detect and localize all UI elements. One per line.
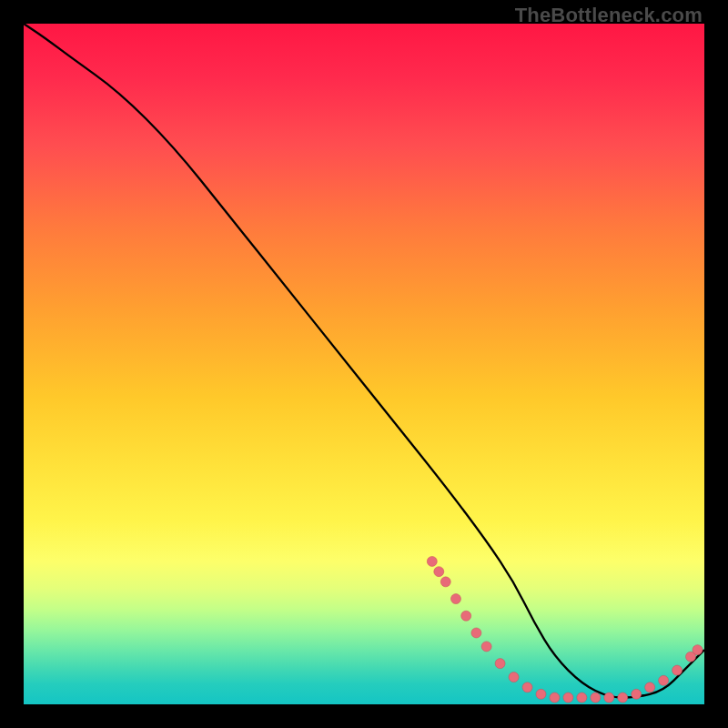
data-marker bbox=[604, 693, 614, 703]
data-marker bbox=[618, 693, 628, 703]
data-marker bbox=[645, 682, 655, 693]
data-marker bbox=[632, 689, 642, 699]
plot-area bbox=[24, 24, 704, 704]
chart-frame bbox=[24, 24, 704, 704]
data-marker bbox=[509, 672, 519, 682]
data-marker bbox=[577, 693, 587, 703]
chart-svg bbox=[24, 24, 704, 704]
data-marker bbox=[693, 645, 703, 655]
data-marker bbox=[522, 682, 532, 693]
data-marker bbox=[495, 659, 505, 669]
data-marker bbox=[672, 665, 682, 675]
data-marker bbox=[591, 693, 601, 703]
data-marker bbox=[563, 693, 573, 703]
bottleneck-curve bbox=[24, 24, 704, 698]
data-marker bbox=[471, 628, 481, 638]
marker-group bbox=[427, 556, 703, 703]
data-marker bbox=[461, 611, 471, 621]
data-marker bbox=[434, 567, 444, 577]
data-marker bbox=[659, 675, 669, 685]
data-marker bbox=[450, 594, 460, 604]
data-marker bbox=[536, 689, 546, 699]
data-marker bbox=[550, 693, 560, 703]
data-marker bbox=[440, 577, 450, 587]
data-marker bbox=[427, 556, 437, 566]
data-marker bbox=[481, 642, 491, 652]
